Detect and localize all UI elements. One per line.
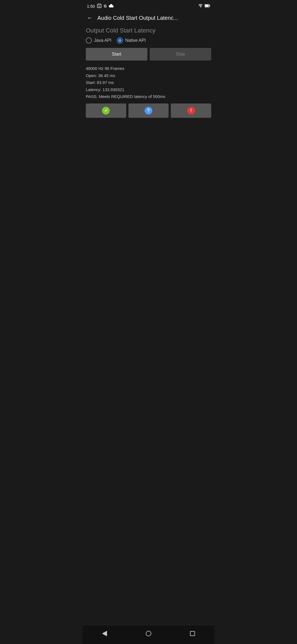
svg-rect-1 — [98, 4, 99, 5]
nav-recents-button[interactable] — [185, 629, 200, 638]
stop-button[interactable]: Stop — [150, 48, 211, 61]
radio-native-api[interactable]: Native API — [117, 37, 146, 43]
result-line-2: Start: 83.97 ms — [86, 79, 211, 86]
cloud-icon — [109, 4, 114, 8]
radio-group: Java API Native API — [86, 37, 211, 43]
result-line-1: Open: 38.45 ms — [86, 72, 211, 79]
radio-java-api-label: Java API — [94, 38, 111, 43]
status-time: 1:50 — [87, 4, 95, 9]
wifi-icon — [198, 4, 203, 9]
toolbar: ← Audio Cold Start Output Latenc... — [82, 11, 215, 25]
start-button[interactable]: Start — [86, 48, 147, 61]
pass-status-button[interactable]: ✓ — [86, 103, 126, 118]
control-buttons: Start Stop — [86, 48, 211, 61]
fail-status-button[interactable]: ! — [171, 103, 211, 118]
back-arrow-icon — [102, 631, 107, 636]
pass-icon: ✓ — [102, 107, 110, 114]
question-status-button[interactable]: ? — [128, 103, 169, 118]
radio-java-api-circle — [86, 37, 92, 43]
main-content: Output Cold Start Latency Java API Nativ… — [82, 25, 215, 625]
result-line-3: Latency: 133.930321 — [86, 86, 211, 93]
nav-back-button[interactable] — [97, 629, 112, 638]
result-line-4: PASS. Meets REQUIRED latency of 500ms — [86, 93, 211, 100]
status-bar-right — [198, 4, 210, 9]
recents-icon — [190, 631, 195, 636]
svg-text:31: 31 — [98, 5, 100, 7]
home-icon — [146, 631, 151, 636]
radio-java-api[interactable]: Java API — [86, 37, 111, 43]
nav-bar — [82, 625, 215, 644]
radio-native-api-label: Native API — [125, 38, 146, 43]
svg-rect-2 — [100, 4, 100, 5]
nav-home-button[interactable] — [140, 629, 157, 638]
status-buttons: ✓ ? ! — [86, 103, 211, 118]
radio-native-api-circle — [117, 37, 123, 43]
svg-rect-6 — [205, 5, 209, 7]
result-display: 48000 Hz 96 Frames Open: 38.45 ms Start:… — [86, 65, 211, 100]
page-title: Audio Cold Start Output Latenc... — [97, 15, 211, 21]
calendar-icon: 31 — [97, 4, 101, 9]
question-icon: ? — [145, 107, 152, 114]
result-line-0: 48000 Hz 96 Frames — [86, 65, 211, 72]
battery-icon — [205, 4, 210, 9]
google-icon: G — [104, 4, 107, 8]
status-bar: 1:50 31 G — [82, 0, 215, 11]
back-button[interactable]: ← — [86, 13, 94, 23]
section-title: Output Cold Start Latency — [86, 27, 211, 34]
svg-rect-5 — [210, 5, 210, 6]
fail-icon: ! — [187, 107, 195, 114]
status-bar-left: 1:50 31 G — [87, 4, 114, 9]
